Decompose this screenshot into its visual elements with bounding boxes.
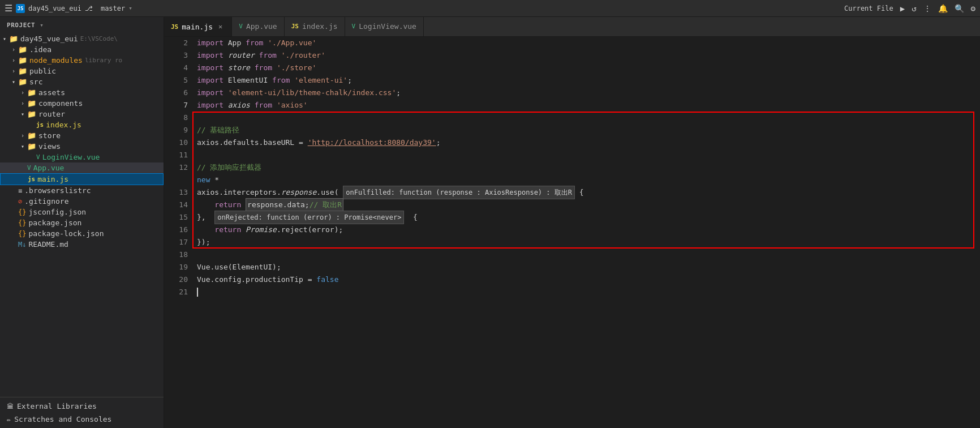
token: ElementUI (223, 74, 272, 87)
code-line-21 (197, 286, 980, 298)
tree-item-gitignore[interactable]: › ⊘ .gitignore (0, 196, 164, 207)
folder-icon: 📁 (27, 88, 36, 97)
folder-icon: 📁 (27, 110, 36, 118)
tree-item-packagelock[interactable]: › {} package-lock.json (0, 228, 164, 239)
branch-chevron-icon: ▾ (128, 5, 132, 12)
token-import: import (197, 99, 223, 112)
line-num-12b (164, 174, 188, 186)
tree-item-node-modules[interactable]: › 📁 node_modules library ro (0, 55, 164, 66)
cursor (197, 288, 198, 297)
code-content[interactable]: import App from './App.vue' import route… (192, 37, 980, 428)
code-line-7: import axios from 'axios' (197, 99, 980, 112)
chevron-right-icon: › (9, 46, 18, 53)
chevron-right-icon: › (18, 89, 27, 96)
tree-item-mainjs[interactable]: › js main.js (0, 173, 164, 185)
branch-name[interactable]: master (101, 5, 125, 12)
tab-indexjs[interactable]: JS index.js (285, 17, 345, 36)
notification-icon[interactable]: 🔔 (938, 4, 948, 13)
tree-item-loginview[interactable]: › V LoginView.vue (0, 152, 164, 162)
token-comment: // 基础路径 (197, 124, 239, 136)
sidebar-item-scratches[interactable]: ✏ Scratches and Consoles (0, 413, 164, 426)
tree-item-package[interactable]: › {} package.json (0, 217, 164, 228)
token-store: store (228, 62, 250, 74)
js-file-icon: js (36, 121, 44, 129)
tree-item-readme[interactable]: › M↓ README.md (0, 239, 164, 250)
code-line-13: axios.interceptors. response .use( onFul… (197, 186, 980, 199)
token: ; (436, 136, 441, 149)
tab-loginview[interactable]: V LoginView.vue (345, 17, 424, 36)
tab-close-mainjs[interactable]: ✕ (216, 22, 225, 32)
line-num-15: 15 (164, 211, 188, 224)
line-num-8: 8 (164, 112, 188, 124)
tree-item-assets[interactable]: › 📁 assets (0, 87, 164, 98)
token-from: from (246, 37, 263, 49)
js-tab-icon: JS (171, 23, 178, 31)
tree-item-router-index[interactable]: › js index.js (0, 119, 164, 130)
token-url: 'http://localhost:8080/day39' (308, 136, 436, 149)
sidebar-bottom: 🏛 External Libraries ✏ Scratches and Con… (0, 397, 164, 428)
tab-appvue[interactable]: V App.vue (232, 17, 284, 36)
tree-item-jsconfig[interactable]: › {} jsconfig.json (0, 207, 164, 217)
folder-icon: 📁 (18, 78, 27, 86)
sidebar-item-external-libraries[interactable]: 🏛 External Libraries (0, 400, 164, 413)
top-bar: ☰ JS day45_vue_eui ⎇ master ▾ Current Fi… (0, 0, 980, 17)
tab-label-mainjs: main.js (182, 23, 213, 31)
code-line-19: Vue.use(ElementUI); (197, 261, 980, 273)
token-from: from (255, 99, 272, 112)
chevron-right-icon: › (9, 57, 18, 63)
token: axios.defaults.baseURL = (197, 136, 308, 149)
token (223, 87, 228, 99)
hamburger-icon[interactable]: ☰ (5, 3, 12, 14)
scratches-label: Scratches and Consoles (14, 415, 111, 423)
search-icon[interactable]: 🔍 (955, 4, 964, 13)
refresh-icon[interactable]: ↺ (912, 4, 916, 13)
token (223, 62, 228, 74)
token (250, 62, 255, 74)
git-icon: ⊘ (18, 198, 22, 206)
tree-label-readme: README.md (28, 240, 68, 249)
sidebar-title: Project (7, 22, 35, 29)
code-line-6: import 'element-ui/lib/theme-chalk/index… (197, 87, 980, 99)
run-icon[interactable]: ▶ (900, 4, 905, 13)
token (241, 199, 246, 211)
editor-area: JS main.js ✕ V App.vue JS index.js V Log… (164, 17, 980, 428)
tree-item-root[interactable]: ▾ 📁 day45_vue_eui E:\VSCode\ (0, 33, 164, 44)
tree-label-router: router (38, 110, 65, 118)
token-response: response (281, 186, 317, 199)
node-modules-extra: library ro (85, 57, 122, 64)
chevron-down-icon: ▾ (0, 36, 9, 42)
token-from: from (272, 74, 290, 87)
code-line-16: return Promise .reject(error); (197, 224, 980, 236)
tree-label-idea: .idea (29, 45, 51, 54)
token: }, (197, 211, 214, 224)
top-bar-right: Current File ▶ ↺ ⋮ 🔔 🔍 ⚙ (844, 4, 975, 13)
tree-item-public[interactable]: › 📁 public (0, 66, 164, 76)
tab-bar: JS main.js ✕ V App.vue JS index.js V Log… (164, 17, 980, 37)
settings-icon[interactable]: ⚙ (971, 4, 975, 13)
token-str: './router' (281, 49, 325, 62)
tree-label-public: public (29, 67, 56, 75)
more-icon[interactable]: ⋮ (923, 4, 931, 13)
token (250, 99, 255, 112)
tab-mainjs[interactable]: JS main.js ✕ (164, 17, 232, 36)
md-icon: M↓ (18, 241, 26, 249)
tree-item-browserslistrc[interactable]: › ≡ .browserslistrc (0, 185, 164, 196)
library-icon: 🏛 (7, 403, 14, 410)
token: { (404, 211, 417, 224)
tree-item-store[interactable]: › 📁 store (0, 130, 164, 141)
branch-icon: ⎇ (85, 5, 93, 12)
tree-item-components[interactable]: › 📁 components (0, 98, 164, 109)
tree-item-src[interactable]: ▾ 📁 src (0, 76, 164, 87)
tree-item-router[interactable]: ▾ 📁 router (0, 109, 164, 119)
sidebar: Project ▾ ▾ 📁 day45_vue_eui E:\VSCode\ ›… (0, 17, 164, 428)
line-num-18: 18 (164, 249, 188, 261)
token-axios: axios (228, 99, 250, 112)
tree-item-idea[interactable]: › 📁 .idea (0, 44, 164, 55)
folder-icon: 📁 (27, 131, 36, 140)
tree-item-views[interactable]: ▾ 📁 views (0, 141, 164, 152)
token-str: 'axios' (277, 99, 308, 112)
tree-item-appvue[interactable]: › V App.vue (0, 162, 164, 173)
line-num-17: 17 (164, 236, 188, 249)
code-line-3: import router from './router' (197, 49, 980, 62)
scratches-icon: ✏ (7, 416, 11, 423)
